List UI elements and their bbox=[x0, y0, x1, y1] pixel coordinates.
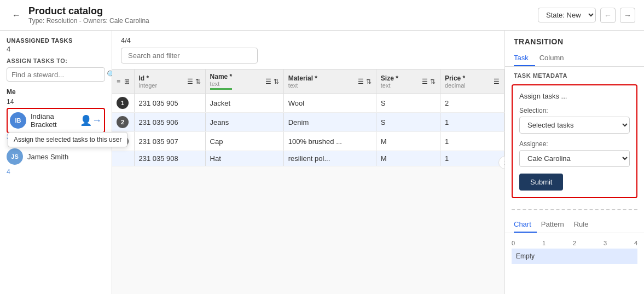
axis-label-4: 4 bbox=[634, 240, 637, 246]
col-id-sort-icon[interactable]: ⇅ bbox=[195, 78, 201, 85]
unassigned-tasks-title: UNASSIGNED TASKS bbox=[7, 37, 105, 44]
col-id-name: Id * bbox=[139, 74, 158, 82]
indiana-avatar: IB bbox=[10, 112, 26, 129]
app-header: ← Product catalog Type: Resolution - Own… bbox=[0, 0, 644, 31]
col-size-type: text bbox=[381, 82, 398, 89]
james-avatar: JS bbox=[7, 148, 23, 165]
col-size-name: Size * bbox=[381, 74, 398, 82]
tab-task[interactable]: Task bbox=[514, 50, 535, 66]
grid-icon[interactable]: ⊞ bbox=[124, 78, 130, 85]
header-title-block: Product catalog Type: Resolution - Owner… bbox=[28, 5, 538, 25]
col-name-sort-icon[interactable]: ⇅ bbox=[274, 78, 279, 85]
tab-column[interactable]: Column bbox=[539, 50, 571, 66]
row2-size: S bbox=[376, 113, 440, 132]
search-input[interactable] bbox=[121, 48, 258, 64]
submit-button[interactable]: Submit bbox=[519, 174, 563, 191]
assign-box: Assign tasks ... Selection: Selected tas… bbox=[512, 84, 637, 198]
nav-next-button[interactable]: → bbox=[620, 8, 635, 23]
row4-num bbox=[112, 151, 134, 166]
col-material-header: Material * text ☰ ⇅ bbox=[283, 70, 376, 94]
row1-size: S bbox=[376, 94, 440, 113]
col-check: ≡ ⊞ bbox=[112, 70, 134, 94]
col-price-menu-icon[interactable]: ☰ bbox=[494, 78, 500, 85]
col-name-type: text bbox=[210, 80, 233, 87]
col-name-menu-icon[interactable]: ☰ bbox=[265, 78, 271, 85]
steward-search-input[interactable] bbox=[11, 71, 103, 79]
row2-num: 2 bbox=[112, 113, 134, 132]
content-area: 4/4 ≡ ⊞ bbox=[112, 31, 504, 294]
row2-name: Jeans bbox=[205, 113, 283, 132]
assignee-dropdown[interactable]: Cale Carolina Indiana Brackett James Smi… bbox=[519, 150, 630, 167]
col-material-sort-icon[interactable]: ⇅ bbox=[366, 78, 372, 85]
row1-name: Jacket bbox=[205, 94, 283, 113]
table-row[interactable]: 1 231 035 905 Jacket Wool S 2 bbox=[112, 94, 504, 113]
chart-area: 0 1 2 3 4 Empty bbox=[505, 233, 644, 270]
record-count: 4/4 bbox=[121, 36, 496, 44]
row1-price: 2 bbox=[440, 94, 504, 113]
user-row-james[interactable]: JS James Smith bbox=[7, 145, 105, 168]
assign-to-indiana-icon[interactable]: 👤→ bbox=[80, 114, 102, 126]
row1-id: 231 035 905 bbox=[134, 94, 205, 113]
bottom-tabs: Chart Pattern Rule bbox=[505, 217, 644, 233]
user-row-indiana[interactable]: IB Indiana Brackett 👤→ Assign the select… bbox=[7, 108, 105, 133]
me-count: 14 bbox=[7, 98, 105, 106]
col-size-header: Size * text ☰ ⇅ bbox=[376, 70, 440, 94]
page-subtitle: Type: Resolution - Owners: Cale Carolina bbox=[28, 17, 538, 25]
col-material-name: Material * bbox=[288, 74, 317, 82]
table-row[interactable]: 3 231 035 907 Cap 100% brushed ... M 1 bbox=[112, 132, 504, 151]
hamburger-icon[interactable]: ≡ bbox=[117, 78, 120, 85]
row4-material: resilient pol... bbox=[283, 151, 376, 166]
main-layout: UNASSIGNED TASKS 4 ASSIGN TASKS TO: 🔍 Me… bbox=[0, 31, 644, 294]
chart-axis: 0 1 2 3 4 bbox=[512, 240, 637, 246]
axis-label-2: 2 bbox=[573, 240, 576, 246]
col-price-type: decimal bbox=[445, 82, 466, 89]
col-id-menu-icon[interactable]: ☰ bbox=[187, 78, 193, 85]
dashed-divider bbox=[512, 209, 637, 210]
data-table-container: ≡ ⊞ Id * integer bbox=[112, 70, 504, 294]
assign-label: ASSIGN TASKS TO: bbox=[7, 57, 105, 64]
steward-search-bar[interactable]: 🔍 bbox=[7, 67, 105, 82]
back-button[interactable]: ← bbox=[9, 8, 24, 23]
row1-num: 1 bbox=[112, 94, 134, 113]
row3-material: 100% brushed ... bbox=[283, 132, 376, 151]
tab-rule[interactable]: Rule bbox=[574, 217, 594, 233]
assign-box-title: Assign tasks ... bbox=[519, 92, 630, 100]
row3-id: 231 035 907 bbox=[134, 132, 205, 151]
state-dropdown[interactable]: State: New bbox=[538, 8, 596, 22]
page-title: Product catalog bbox=[28, 5, 538, 17]
back-icon: ← bbox=[12, 10, 21, 20]
row2-badge: 2 bbox=[117, 116, 129, 128]
tab-chart[interactable]: Chart bbox=[514, 217, 537, 233]
selection-dropdown[interactable]: Selected tasks All tasks Current task bbox=[519, 117, 630, 134]
selection-label: Selection: bbox=[519, 107, 630, 114]
james-tasks-count: 4 bbox=[7, 168, 105, 176]
row2-price: 1 bbox=[440, 113, 504, 132]
panel-tabs: Task Column bbox=[505, 50, 644, 67]
row2-material: Denim bbox=[283, 113, 376, 132]
row1-material: Wool bbox=[283, 94, 376, 113]
row4-price: 1 bbox=[440, 151, 504, 166]
assign-tooltip: Assign the selected tasks to this user bbox=[8, 132, 127, 147]
col-size-sort-icon[interactable]: ⇅ bbox=[430, 78, 436, 85]
content-header: 4/4 bbox=[112, 31, 504, 70]
table-row[interactable]: 2 231 035 906 Jeans Denim S 1 bbox=[112, 113, 504, 132]
col-material-type: text bbox=[288, 82, 317, 89]
james-name: James Smith bbox=[27, 153, 105, 161]
axis-label-3: 3 bbox=[604, 240, 607, 246]
unassigned-count: 4 bbox=[7, 45, 105, 53]
tab-pattern[interactable]: Pattern bbox=[541, 217, 570, 233]
transition-header: TRANSITION bbox=[505, 31, 644, 50]
col-name-name: Name * bbox=[210, 73, 233, 80]
table-row[interactable]: 231 035 908 Hat resilient pol... M 1 bbox=[112, 151, 504, 166]
nav-prev-button[interactable]: ← bbox=[600, 8, 616, 23]
task-metadata-label: TASK METADATA bbox=[505, 67, 644, 84]
col-material-menu-icon[interactable]: ☰ bbox=[358, 78, 364, 85]
col-price-header: Price * decimal ☰ bbox=[440, 70, 504, 94]
col-size-menu-icon[interactable]: ☰ bbox=[422, 78, 428, 85]
col-name-header: Name * text ☰ ⇅ bbox=[205, 70, 283, 94]
row3-name: Cap bbox=[205, 132, 283, 151]
me-label: Me bbox=[7, 88, 105, 96]
row4-name: Hat bbox=[205, 151, 283, 166]
sidebar: UNASSIGNED TASKS 4 ASSIGN TASKS TO: 🔍 Me… bbox=[0, 31, 112, 294]
indiana-name: Indiana Brackett bbox=[31, 112, 78, 129]
